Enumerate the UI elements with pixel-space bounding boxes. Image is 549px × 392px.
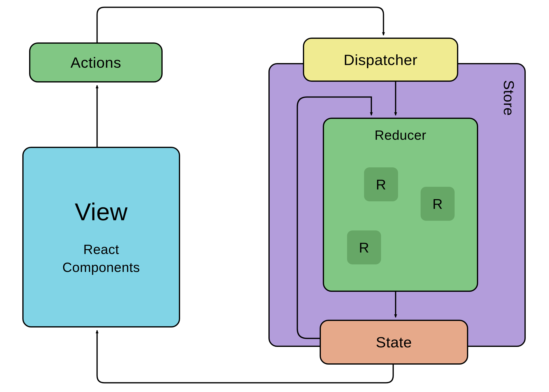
sub-reducer: R bbox=[347, 230, 381, 264]
edge-actions-to-dispatcher bbox=[97, 7, 383, 42]
node-reducer: Reducer R R R bbox=[323, 118, 478, 292]
store-label: Store bbox=[500, 80, 517, 116]
sub-reducer-label: R bbox=[359, 239, 369, 256]
view-title: View bbox=[75, 198, 128, 226]
flux-redux-architecture-diagram: Actions Dispatcher Store Reducer R R R S… bbox=[0, 0, 549, 392]
reducer-label: Reducer bbox=[374, 127, 426, 143]
sub-reducer-label: R bbox=[376, 176, 386, 193]
node-state: State bbox=[320, 320, 468, 365]
sub-reducer: R bbox=[364, 167, 398, 201]
dispatcher-label: Dispatcher bbox=[344, 51, 417, 68]
node-dispatcher: Dispatcher bbox=[303, 38, 458, 82]
node-actions: Actions bbox=[29, 42, 163, 82]
node-view: View React Components bbox=[22, 147, 180, 327]
sub-reducer: R bbox=[421, 187, 455, 221]
view-subtitle: React Components bbox=[62, 240, 140, 277]
actions-label: Actions bbox=[71, 54, 121, 71]
state-label: State bbox=[376, 334, 412, 351]
sub-reducer-label: R bbox=[433, 196, 443, 212]
